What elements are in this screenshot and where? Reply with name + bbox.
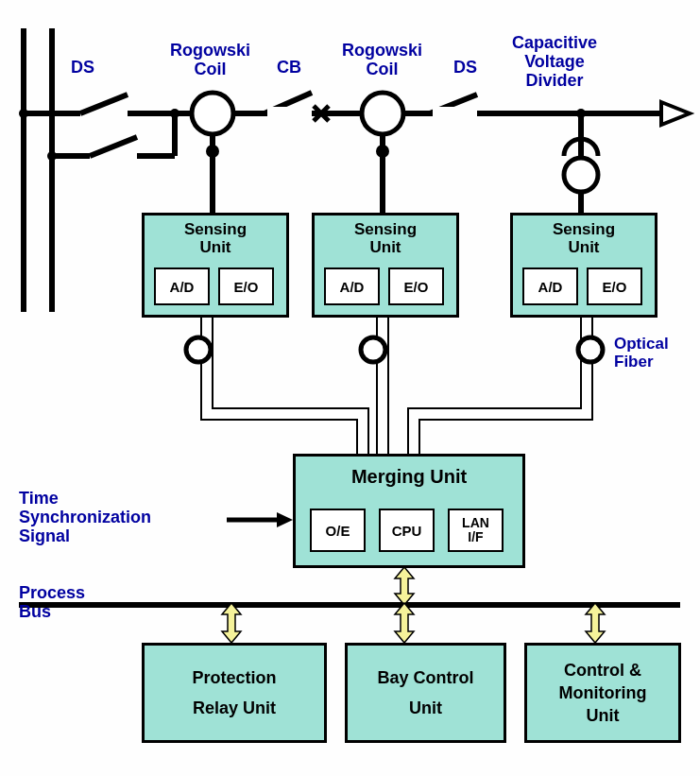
ds2-label: DS <box>453 59 477 78</box>
merging-unit-title: Merging Unit <box>296 466 522 488</box>
rogowski2-label: Rogowski Coil <box>342 42 422 79</box>
control-monitoring-unit: Control & Monitoring Unit <box>524 643 681 743</box>
svg-marker-33 <box>277 512 293 527</box>
svg-marker-37 <box>222 603 241 643</box>
svg-point-16 <box>206 145 219 158</box>
sensing-unit-1: Sensing Unit A/D E/O <box>142 213 289 318</box>
sensing-unit-2-ad: A/D <box>324 267 380 305</box>
optical-fiber-label: Optical Fiber <box>614 336 669 371</box>
cb-label: CB <box>277 59 301 78</box>
svg-point-31 <box>578 337 603 362</box>
sensing-unit-1-eo: E/O <box>218 267 274 305</box>
svg-point-23 <box>376 145 389 158</box>
svg-line-5 <box>80 95 128 113</box>
sensing-unit-3-eo: E/O <box>587 267 642 305</box>
svg-point-27 <box>576 109 586 118</box>
svg-point-30 <box>361 337 385 362</box>
merging-unit: Merging Unit O/E CPU LAN I/F <box>293 454 525 568</box>
bay-control-unit: Bay Control Unit <box>345 643 506 743</box>
ds1-label: DS <box>71 59 94 78</box>
rogowski1-label: Rogowski Coil <box>170 42 250 79</box>
svg-marker-13 <box>661 102 690 125</box>
svg-rect-25 <box>433 107 477 120</box>
svg-line-8 <box>90 137 137 156</box>
sensing-unit-3-ad: A/D <box>522 267 578 305</box>
svg-marker-39 <box>586 603 605 643</box>
sensing-unit-3: Sensing Unit A/D E/O <box>510 213 657 318</box>
protection-relay-unit: Protection Relay Unit <box>142 643 327 743</box>
svg-rect-20 <box>267 107 312 120</box>
sensing-unit-2: Sensing Unit A/D E/O <box>312 213 459 318</box>
svg-point-29 <box>186 337 211 362</box>
sensing-unit-2-eo: E/O <box>388 267 444 305</box>
time-sync-label: Time Synchronization Signal <box>19 490 151 545</box>
svg-point-28 <box>564 158 598 192</box>
sensing-unit-1-ad: A/D <box>154 267 210 305</box>
svg-point-14 <box>192 93 233 134</box>
merging-unit-oe: O/E <box>310 509 366 552</box>
merging-unit-lanif: LAN I/F <box>448 509 504 552</box>
sensing-unit-2-title: Sensing Unit <box>315 221 456 256</box>
svg-marker-38 <box>395 603 414 643</box>
process-bus-label: Process Bus <box>19 584 85 622</box>
svg-point-21 <box>362 93 403 134</box>
sensing-unit-1-title: Sensing Unit <box>145 221 286 256</box>
merging-unit-cpu: CPU <box>379 509 435 552</box>
cvd-label: Capacitive Voltage Divider <box>512 34 597 90</box>
svg-marker-35 <box>395 567 414 605</box>
sensing-unit-3-title: Sensing Unit <box>513 221 655 256</box>
